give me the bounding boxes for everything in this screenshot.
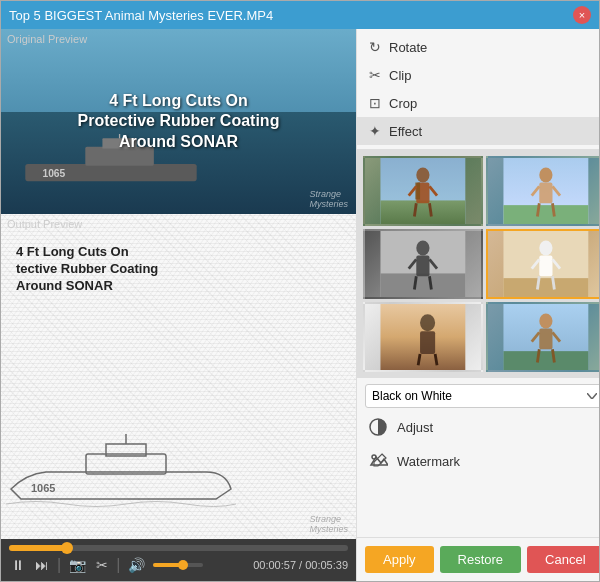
right-panel: ↻ Rotate ✂ Clip ⊡ Crop ✦ Effect (356, 29, 599, 581)
effect-grid (357, 150, 599, 378)
rotate-label: Rotate (389, 40, 427, 55)
tool-rotate[interactable]: ↻ Rotate (357, 33, 599, 61)
preview-section: Original Preview (1, 29, 356, 539)
original-watermark: StrangeMysteries (309, 189, 348, 209)
ship-sketch-svg: 1065 (6, 434, 236, 514)
adjust-label: Adjust (397, 420, 433, 435)
effect-label: Effect (389, 124, 422, 139)
left-panel: Original Preview (1, 29, 356, 581)
svg-rect-39 (539, 256, 552, 277)
effect-cell-3[interactable] (486, 229, 599, 299)
svg-line-33 (429, 276, 431, 289)
svg-point-45 (420, 314, 435, 331)
tools-menu: ↻ Rotate ✂ Clip ⊡ Crop ✦ Effect (357, 29, 599, 150)
volume-thumb (178, 560, 188, 570)
effect-dropdown[interactable]: Black on White Sketch Grayscale Sepia Wa… (365, 384, 599, 408)
volume-slider[interactable] (153, 563, 203, 567)
svg-line-25 (552, 203, 554, 216)
clip-label: Clip (389, 68, 411, 83)
controls-row: ⏸ ⏭ | 📷 ✂ | 🔊 (9, 555, 348, 575)
svg-line-54 (552, 349, 554, 362)
effect-img-1 (488, 158, 599, 224)
svg-line-16 (414, 203, 416, 216)
crop-icon: ⊡ (369, 95, 381, 111)
watermark-row[interactable]: Watermark (365, 446, 599, 476)
restore-button[interactable]: Restore (440, 546, 522, 573)
svg-rect-23 (539, 183, 552, 204)
output-preview: Output Preview (1, 214, 356, 539)
watermark-label: Watermark (397, 454, 460, 469)
effect-img-3 (488, 231, 599, 297)
content-area: Original Preview (1, 29, 599, 581)
volume-button[interactable]: 🔊 (126, 555, 147, 575)
svg-line-48 (435, 354, 437, 365)
original-image: 1065 4 Ft Long Cuts OnProtective Rubber … (1, 29, 356, 214)
adjust-icon-wrapper (367, 416, 389, 438)
output-sketch: 1065 4 Ft Long Cuts Ontective Rubber Coa… (1, 214, 356, 539)
next-frame-button[interactable]: ⏭ (33, 555, 51, 575)
tool-clip[interactable]: ✂ Clip (357, 61, 599, 89)
effect-img-0 (365, 158, 481, 224)
svg-point-13 (416, 167, 429, 182)
controls-bar: ⏸ ⏭ | 📷 ✂ | 🔊 (1, 539, 356, 581)
progress-fill (9, 545, 67, 551)
svg-point-30 (416, 240, 429, 255)
sep1: | (57, 556, 61, 574)
output-watermark: StrangeMysteries (309, 514, 348, 534)
svg-point-22 (539, 167, 552, 182)
bottom-bar: Apply Restore Cancel (357, 537, 599, 581)
adjust-icon (368, 417, 388, 437)
effect-icon: ✦ (369, 123, 381, 139)
play-button[interactable]: ⏸ (9, 555, 27, 575)
sep2: | (116, 556, 120, 574)
svg-rect-46 (420, 331, 435, 354)
svg-rect-29 (380, 273, 465, 297)
camera-icon: 📷 (69, 557, 86, 573)
original-label: Original Preview (7, 33, 87, 45)
output-overlay-text: 4 Ft Long Cuts Ontective Rubber CoatingA… (16, 244, 158, 295)
close-button[interactable]: × (573, 6, 591, 24)
svg-line-40 (537, 276, 539, 289)
effect-cell-4[interactable] (363, 302, 483, 372)
effect-cell-0[interactable] (363, 156, 483, 226)
clip-button[interactable]: ✂ (94, 555, 110, 575)
svg-text:1065: 1065 (42, 168, 65, 179)
original-preview: Original Preview (1, 29, 356, 214)
svg-rect-12 (380, 200, 465, 224)
svg-rect-31 (416, 256, 429, 277)
crop-label: Crop (389, 96, 417, 111)
effect-img-4 (365, 304, 481, 370)
svg-line-53 (537, 349, 539, 362)
svg-rect-52 (539, 329, 552, 350)
effect-cell-2[interactable] (363, 229, 483, 299)
next-icon: ⏭ (35, 557, 49, 573)
clip-tool-icon: ✂ (369, 67, 381, 83)
adjust-row[interactable]: Adjust (365, 412, 599, 442)
svg-line-32 (414, 276, 416, 289)
time-display: 00:00:57 / 00:05:39 (253, 559, 348, 571)
progress-bar[interactable] (9, 545, 348, 551)
apply-button[interactable]: Apply (365, 546, 434, 573)
effect-bottom: Black on White Sketch Grayscale Sepia Wa… (357, 378, 599, 482)
svg-point-58 (372, 455, 376, 459)
play-icon: ⏸ (11, 557, 25, 573)
svg-rect-15 (415, 183, 420, 200)
speaker-icon: 🔊 (128, 557, 145, 573)
watermark-icon (368, 451, 388, 471)
svg-rect-37 (503, 278, 588, 297)
tool-crop[interactable]: ⊡ Crop (357, 89, 599, 117)
screenshot-button[interactable]: 📷 (67, 555, 88, 575)
svg-rect-50 (503, 351, 588, 370)
original-overlay-text: 4 Ft Long Cuts OnProtective Rubber Coati… (19, 90, 339, 152)
rotate-icon: ↻ (369, 39, 381, 55)
effect-img-5 (488, 304, 599, 370)
cancel-button[interactable]: Cancel (527, 546, 599, 573)
svg-rect-7 (86, 454, 166, 474)
svg-line-41 (552, 276, 554, 289)
tool-effect[interactable]: ✦ Effect (357, 117, 599, 145)
progress-thumb (61, 542, 73, 554)
effect-cell-5[interactable] (486, 302, 599, 372)
effect-cell-1[interactable] (486, 156, 599, 226)
effect-img-2 (365, 231, 481, 297)
svg-line-24 (537, 203, 539, 216)
